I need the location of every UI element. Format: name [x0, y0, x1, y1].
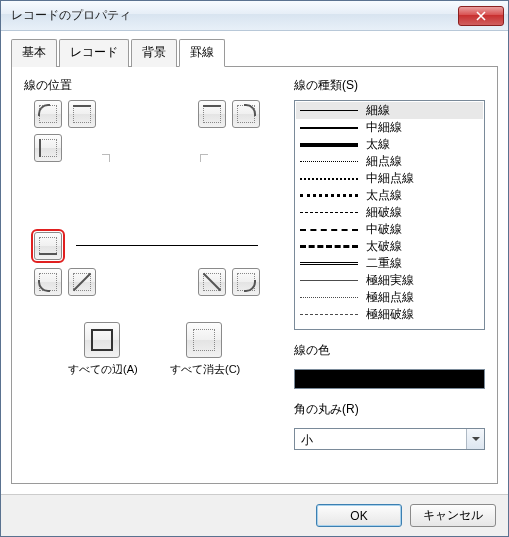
preview-corner-tl	[102, 154, 110, 162]
corner-bl-button[interactable]	[34, 268, 62, 296]
line-type-name: 極細実線	[366, 272, 414, 289]
line-type-name: 中破線	[366, 221, 402, 238]
corner-radius-combo[interactable]: 小	[294, 428, 485, 450]
line-position-section: 線の位置	[24, 77, 294, 473]
diag-bltr-button[interactable]	[68, 268, 96, 296]
line-type-option[interactable]: 極細実線	[296, 272, 483, 289]
line-type-option[interactable]: 二重線	[296, 255, 483, 272]
diag-tlbr-button[interactable]	[198, 268, 226, 296]
tab-strip: 基本 レコード 背景 罫線	[11, 39, 498, 67]
line-sample-icon	[300, 143, 358, 147]
tab-record[interactable]: レコード	[59, 39, 129, 67]
line-type-option[interactable]: 太線	[296, 136, 483, 153]
corner-radius-value: 小	[295, 429, 466, 449]
line-type-listbox[interactable]: 細線中細線太線細点線中細点線太点線細破線中破線太破線二重線極細実線極細点線極細破…	[294, 100, 485, 330]
corner-radius-label: 角の丸み(R)	[294, 401, 485, 418]
line-type-name: 細線	[366, 102, 390, 119]
edge-top2-button[interactable]	[198, 100, 226, 128]
line-type-name: 極細破線	[366, 306, 414, 323]
window-title: レコードのプロパティ	[11, 7, 458, 24]
line-color-label: 線の色	[294, 342, 485, 359]
cancel-button[interactable]: キャンセル	[410, 504, 496, 527]
line-type-name: 太破線	[366, 238, 402, 255]
line-type-option[interactable]: 中破線	[296, 221, 483, 238]
edge-bottom-button[interactable]	[34, 232, 62, 260]
line-sample-icon	[300, 194, 358, 197]
line-type-name: 中細点線	[366, 170, 414, 187]
line-sample-icon	[300, 127, 358, 129]
titlebar: レコードのプロパティ	[1, 1, 508, 31]
dialog-window: レコードのプロパティ 基本 レコード 背景 罫線 線の位置	[0, 0, 509, 537]
dialog-footer: OK キャンセル	[1, 494, 508, 536]
ok-button[interactable]: OK	[316, 504, 402, 527]
line-type-name: 中細線	[366, 119, 402, 136]
line-sample-icon	[300, 229, 358, 231]
line-type-name: 二重線	[366, 255, 402, 272]
corner-br-button[interactable]	[232, 268, 260, 296]
line-type-name: 太線	[366, 136, 390, 153]
line-position-label: 線の位置	[24, 77, 294, 94]
line-type-name: 細点線	[366, 153, 402, 170]
line-sample-icon	[300, 280, 358, 281]
line-sample-icon	[300, 212, 358, 213]
line-type-name: 太点線	[366, 187, 402, 204]
line-sample-icon	[300, 297, 358, 298]
line-type-option[interactable]: 細破線	[296, 204, 483, 221]
all-sides-button[interactable]	[84, 322, 120, 358]
line-types-label: 線の種類(S)	[294, 77, 485, 94]
preview-corner-tr	[200, 154, 208, 162]
line-type-option[interactable]: 太点線	[296, 187, 483, 204]
edge-top-button[interactable]	[68, 100, 96, 128]
edge-left-button[interactable]	[34, 134, 62, 162]
edge-grid: すべての辺(A) すべて消去(C)	[24, 100, 294, 400]
line-color-swatch[interactable]	[294, 369, 485, 389]
tab-basic[interactable]: 基本	[11, 39, 57, 67]
close-icon	[476, 11, 486, 21]
tab-border[interactable]: 罫線	[179, 39, 225, 67]
line-type-option[interactable]: 細線	[296, 102, 483, 119]
line-type-option[interactable]: 細点線	[296, 153, 483, 170]
all-sides-label: すべての辺(A)	[68, 362, 138, 377]
line-type-option[interactable]: 中細線	[296, 119, 483, 136]
tab-background[interactable]: 背景	[131, 39, 177, 67]
line-type-name: 細破線	[366, 204, 402, 221]
content-area: 基本 レコード 背景 罫線 線の位置	[1, 31, 508, 494]
line-sample-icon	[300, 245, 358, 248]
line-sample-icon	[300, 110, 358, 111]
chevron-down-icon[interactable]	[466, 429, 484, 449]
corner-tl-button[interactable]	[34, 100, 62, 128]
line-type-option[interactable]: 太破線	[296, 238, 483, 255]
corner-tr-button[interactable]	[232, 100, 260, 128]
preview-line	[76, 245, 258, 246]
line-type-option[interactable]: 中細点線	[296, 170, 483, 187]
tab-panel-border: 線の位置	[11, 66, 498, 484]
close-button[interactable]	[458, 6, 504, 26]
line-sample-icon	[300, 314, 358, 315]
line-sample-icon	[300, 161, 358, 162]
line-type-option[interactable]: 極細点線	[296, 289, 483, 306]
line-sample-icon	[300, 262, 358, 265]
line-style-section: 線の種類(S) 細線中細線太線細点線中細点線太点線細破線中破線太破線二重線極細実…	[294, 77, 485, 473]
line-type-option[interactable]: 極細破線	[296, 306, 483, 323]
line-sample-icon	[300, 178, 358, 180]
line-type-name: 極細点線	[366, 289, 414, 306]
clear-all-button[interactable]	[186, 322, 222, 358]
clear-all-label: すべて消去(C)	[170, 362, 240, 377]
